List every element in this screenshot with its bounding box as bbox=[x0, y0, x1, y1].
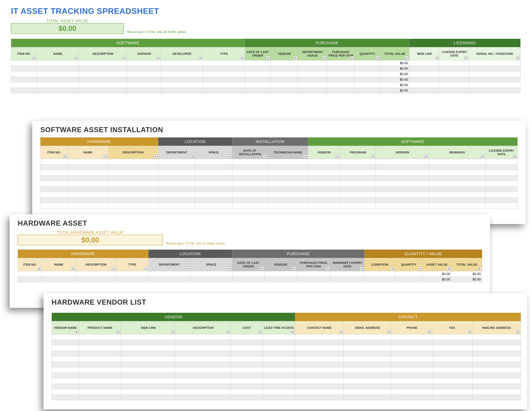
table-row[interactable] bbox=[52, 351, 521, 356]
cell[interactable]: $0.00 bbox=[452, 271, 482, 277]
cell[interactable] bbox=[40, 176, 68, 181]
cell[interactable] bbox=[376, 181, 429, 187]
cell[interactable] bbox=[298, 88, 327, 93]
cell[interactable] bbox=[52, 340, 79, 346]
cell[interactable] bbox=[121, 356, 176, 362]
filter-dropdown-icon[interactable] bbox=[336, 155, 340, 158]
cell[interactable] bbox=[473, 335, 521, 340]
cell[interactable] bbox=[158, 203, 195, 208]
cell[interactable] bbox=[42, 271, 76, 277]
cell[interactable] bbox=[158, 159, 195, 165]
cell[interactable] bbox=[343, 356, 392, 362]
cell[interactable] bbox=[429, 159, 485, 165]
cell[interactable] bbox=[18, 277, 42, 282]
cell[interactable] bbox=[190, 271, 232, 277]
filter-dropdown-icon[interactable] bbox=[112, 267, 115, 271]
cell[interactable] bbox=[176, 373, 231, 378]
cell[interactable] bbox=[343, 384, 392, 389]
cell[interactable] bbox=[392, 373, 432, 378]
cell[interactable] bbox=[485, 181, 518, 187]
cell[interactable] bbox=[176, 378, 231, 384]
table-row[interactable] bbox=[40, 187, 518, 192]
cell[interactable] bbox=[37, 82, 79, 88]
cell[interactable] bbox=[231, 384, 263, 389]
cell[interactable] bbox=[298, 66, 327, 71]
cell[interactable] bbox=[271, 77, 298, 82]
cell[interactable] bbox=[331, 271, 364, 277]
cell[interactable] bbox=[295, 373, 343, 378]
cell[interactable] bbox=[263, 389, 295, 395]
cell[interactable] bbox=[195, 203, 232, 208]
cell[interactable] bbox=[121, 395, 176, 400]
cell[interactable] bbox=[232, 159, 268, 165]
cell[interactable]: $0.00 bbox=[423, 277, 452, 282]
cell[interactable] bbox=[231, 356, 263, 362]
table-row[interactable] bbox=[40, 159, 518, 165]
cell[interactable]: $0.00 bbox=[380, 82, 409, 88]
cell[interactable]: $0.00 bbox=[380, 71, 409, 77]
cell[interactable] bbox=[376, 203, 429, 208]
cell[interactable] bbox=[485, 203, 518, 208]
cell[interactable] bbox=[297, 277, 331, 282]
cell[interactable] bbox=[116, 277, 149, 282]
cell[interactable] bbox=[11, 60, 37, 66]
cell[interactable] bbox=[11, 66, 37, 71]
cell[interactable] bbox=[231, 367, 263, 373]
cell[interactable] bbox=[42, 277, 76, 282]
filter-dropdown-icon[interactable] bbox=[156, 56, 160, 60]
filter-dropdown-icon[interactable] bbox=[38, 267, 41, 271]
cell[interactable] bbox=[68, 203, 108, 208]
cell[interactable] bbox=[485, 197, 518, 203]
cell[interactable] bbox=[79, 373, 121, 378]
cell[interactable] bbox=[52, 384, 79, 389]
cell[interactable] bbox=[440, 88, 469, 93]
cell[interactable] bbox=[295, 378, 343, 384]
cell[interactable] bbox=[79, 378, 121, 384]
table-row[interactable] bbox=[52, 395, 521, 400]
cell[interactable] bbox=[11, 88, 37, 93]
cell[interactable] bbox=[158, 176, 195, 181]
cell[interactable]: $0.00 bbox=[423, 271, 452, 277]
cell[interactable] bbox=[295, 346, 343, 351]
filter-dropdown-icon[interactable] bbox=[123, 56, 126, 60]
cell[interactable] bbox=[268, 187, 308, 192]
cell[interactable] bbox=[37, 71, 79, 77]
cell[interactable] bbox=[37, 66, 79, 71]
table-row[interactable] bbox=[40, 176, 518, 181]
cell[interactable] bbox=[203, 71, 245, 77]
filter-dropdown-icon[interactable] bbox=[190, 155, 194, 158]
cell[interactable] bbox=[11, 82, 37, 88]
cell[interactable] bbox=[432, 367, 473, 373]
cell[interactable] bbox=[364, 277, 395, 282]
cell[interactable] bbox=[432, 378, 473, 384]
cell[interactable] bbox=[79, 346, 121, 351]
cell[interactable] bbox=[245, 60, 271, 66]
filter-dropdown-icon[interactable] bbox=[63, 155, 67, 158]
cell[interactable] bbox=[429, 181, 485, 187]
cell[interactable] bbox=[263, 362, 295, 367]
cell[interactable] bbox=[354, 88, 380, 93]
cell[interactable] bbox=[161, 82, 203, 88]
cell[interactable] bbox=[298, 82, 327, 88]
hardware-vendor-table[interactable]: VENDOR CONTACT VENDOR NAME PRODUCT NAME … bbox=[52, 313, 521, 400]
cell[interactable] bbox=[176, 389, 231, 395]
cell[interactable] bbox=[40, 203, 68, 208]
cell[interactable] bbox=[195, 170, 232, 176]
cell[interactable] bbox=[203, 88, 245, 93]
filter-dropdown-icon[interactable] bbox=[74, 56, 78, 60]
filter-dropdown-icon[interactable] bbox=[339, 330, 343, 334]
cell[interactable] bbox=[429, 170, 485, 176]
table-row[interactable] bbox=[52, 367, 521, 373]
cell[interactable] bbox=[340, 176, 376, 181]
cell[interactable] bbox=[231, 395, 263, 400]
cell[interactable] bbox=[392, 378, 432, 384]
cell[interactable] bbox=[298, 60, 327, 66]
cell[interactable] bbox=[127, 82, 161, 88]
cell[interactable] bbox=[295, 340, 343, 346]
cell[interactable] bbox=[127, 66, 161, 71]
cell[interactable] bbox=[354, 66, 380, 71]
cell[interactable] bbox=[469, 60, 521, 66]
cell[interactable] bbox=[265, 277, 297, 282]
cell[interactable] bbox=[232, 170, 268, 176]
cell[interactable] bbox=[18, 271, 42, 277]
